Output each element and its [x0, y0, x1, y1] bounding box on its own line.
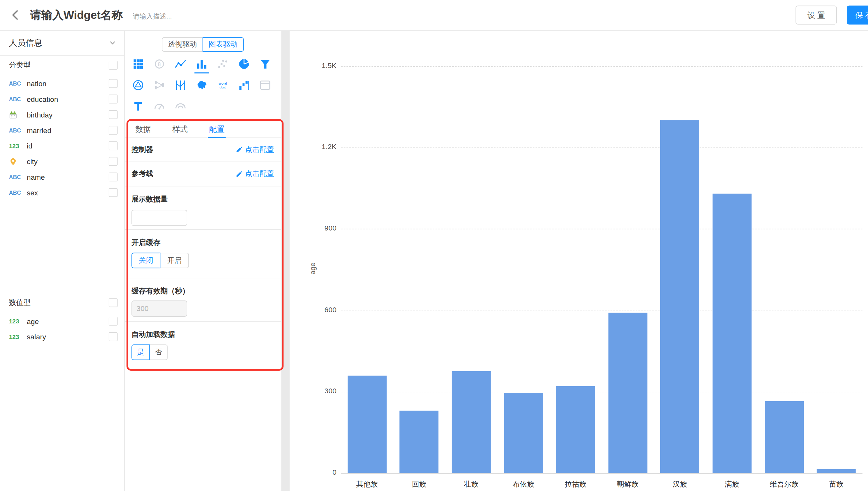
bar-其他族[interactable]: [347, 375, 386, 473]
widget-name-input[interactable]: 请输入Widget名称: [30, 8, 123, 23]
field-name: nation: [27, 79, 109, 87]
cache-expiry-input: [131, 300, 187, 317]
gauge-chart-icon: [148, 96, 170, 117]
field-name: city: [27, 157, 109, 165]
chevron-down-icon: [109, 39, 116, 47]
svg-text:word: word: [218, 81, 227, 85]
save-button[interactable]: 保 存: [847, 5, 868, 24]
svg-text:cloud: cloud: [220, 86, 226, 89]
bar-拉祜族[interactable]: [556, 386, 595, 473]
wordcloud-chart-icon[interactable]: wordcloud: [212, 75, 233, 96]
field-row-education[interactable]: ABC education: [0, 91, 124, 107]
svg-text:8: 8: [158, 62, 161, 67]
field-checkbox[interactable]: [109, 188, 117, 197]
string-type-icon: ABC: [9, 190, 27, 196]
field-name: age: [27, 317, 109, 325]
field-list: ABC nation ABC education birthday: [0, 76, 124, 200]
field-checkbox[interactable]: [109, 332, 117, 341]
bar-朝鲜族[interactable]: [608, 313, 647, 473]
section-label: 分类型: [9, 60, 31, 70]
widget-description-input[interactable]: 请输入描述...: [133, 12, 172, 21]
field-checkbox[interactable]: [109, 172, 117, 181]
pivot-mode-button[interactable]: 透视驱动: [162, 37, 202, 52]
bar-布依族[interactable]: [504, 393, 543, 473]
field-row-salary[interactable]: 123 salary: [0, 329, 124, 344]
gridline: [341, 310, 863, 311]
field-row-name[interactable]: ABC name: [0, 169, 124, 185]
bar-回族[interactable]: [400, 410, 439, 473]
field-name: sex: [27, 189, 109, 197]
field-checkbox[interactable]: [109, 126, 117, 135]
widget-editor-app: 请输入Widget名称 请输入描述... 设 置 保 存 人员信息 分类型 AB…: [0, 0, 868, 491]
bar-满族[interactable]: [713, 194, 752, 473]
bar-苗族[interactable]: [817, 469, 856, 473]
map-chart-icon[interactable]: [191, 75, 212, 96]
field-row-id[interactable]: 123 id: [0, 138, 124, 153]
pie-chart-icon[interactable]: [233, 53, 254, 75]
field-checkbox[interactable]: [109, 110, 117, 119]
tab-data[interactable]: 数据: [125, 121, 161, 138]
field-checkbox[interactable]: [109, 157, 117, 166]
field-checkbox[interactable]: [109, 317, 117, 326]
field-name: education: [27, 95, 109, 103]
field-checkbox[interactable]: [109, 79, 117, 88]
reference-line-label: 参考线: [131, 169, 153, 178]
field-row-birthday[interactable]: birthday: [0, 107, 124, 123]
field-list: 123 age 123 salary: [0, 313, 124, 344]
field-name: name: [27, 173, 109, 181]
controller-configure-link[interactable]: 点击配置: [236, 144, 274, 154]
settings-button[interactable]: 设 置: [796, 5, 837, 24]
y-axis-title: age: [308, 262, 317, 275]
bar-维吾尔族[interactable]: [765, 401, 804, 473]
bar-壮族[interactable]: [452, 371, 491, 473]
field-checkbox[interactable]: [109, 141, 117, 150]
field-row-nation[interactable]: ABC nation: [0, 76, 124, 91]
string-type-icon: ABC: [9, 174, 27, 180]
topbar: 请输入Widget名称 请输入描述... 设 置 保 存: [0, 0, 868, 31]
richtext-chart-icon[interactable]: [128, 96, 148, 117]
numeric-section: 数值型 123 age 123 salary: [0, 293, 124, 344]
back-button[interactable]: [4, 4, 27, 26]
auto-load-yes-button[interactable]: 是: [131, 344, 150, 360]
section-checkbox[interactable]: [109, 298, 117, 307]
cache-on-button[interactable]: 开启: [160, 253, 189, 268]
section-checkbox[interactable]: [109, 61, 117, 69]
waterfall-chart-icon[interactable]: [233, 75, 254, 96]
x-tick-label: 维吾尔族: [758, 479, 810, 489]
string-type-icon: ABC: [9, 127, 27, 133]
table-chart-icon[interactable]: [128, 53, 148, 75]
bar-汉族[interactable]: [660, 120, 699, 473]
cache-expiry-label: 缓存有效期（秒）: [131, 279, 274, 296]
line-chart-icon[interactable]: [170, 53, 191, 75]
field-row-married[interactable]: ABC married: [0, 123, 124, 138]
tab-config[interactable]: 配置: [198, 121, 235, 138]
view-selector[interactable]: 人员信息: [0, 31, 124, 56]
field-name: birthday: [27, 111, 109, 119]
chart-type-grid: 8: [128, 53, 278, 117]
field-row-sex[interactable]: ABC sex: [0, 185, 124, 201]
field-name: married: [27, 126, 109, 135]
sankey-chart-icon: [148, 75, 170, 96]
parallel-chart-icon[interactable]: [170, 75, 191, 96]
cache-off-button[interactable]: 关闭: [131, 253, 160, 268]
configure-link-text: 点击配置: [245, 169, 274, 178]
reference-line-configure-link[interactable]: 点击配置: [236, 169, 274, 178]
y-tick-label: 0: [290, 468, 336, 476]
field-checkbox[interactable]: [109, 94, 117, 104]
data-limit-input[interactable]: [131, 210, 187, 226]
field-row-age[interactable]: 123 age: [0, 313, 124, 329]
auto-load-no-button[interactable]: 否: [150, 344, 168, 360]
config-panel: 数据 样式 配置 控制器 点击配置 参考线 点击配置 展示数据量: [125, 121, 280, 369]
auto-load-label: 自动加载数据: [131, 322, 274, 340]
x-tick-label: 满族: [706, 479, 758, 489]
radar-chart-icon[interactable]: [128, 75, 148, 96]
chart-mode-button[interactable]: 图表驱动: [202, 37, 244, 52]
controller-label: 控制器: [131, 144, 153, 154]
funnel-chart-icon[interactable]: [255, 53, 276, 75]
configure-link-text: 点击配置: [245, 144, 274, 154]
editor-tabs: 数据 样式 配置: [125, 121, 280, 138]
tab-style[interactable]: 样式: [162, 121, 198, 138]
bar-chart-icon[interactable]: [191, 53, 212, 75]
editor-panel: 透视驱动 图表驱动 8: [125, 31, 281, 491]
field-row-city[interactable]: city: [0, 153, 124, 169]
